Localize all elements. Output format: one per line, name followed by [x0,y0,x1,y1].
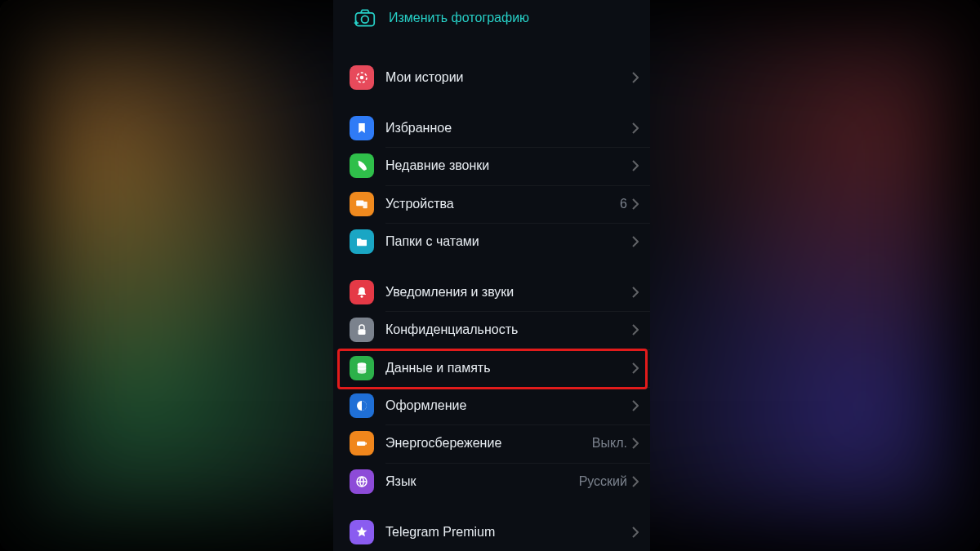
star-icon [350,520,374,544]
row-privacy[interactable]: Конфиденциальность [333,311,650,349]
svg-rect-7 [363,202,368,208]
stories-icon [350,65,374,90]
chevron-right-icon [632,324,639,335]
svg-point-1 [362,16,369,23]
svg-point-5 [360,76,364,80]
row-appearance[interactable]: Оформление [333,387,650,424]
row-value: Русский [579,474,627,489]
row-my-stories[interactable]: Мои истории [333,59,650,96]
theme-icon [350,393,374,418]
row-label: Язык [385,474,579,489]
row-label: Уведомления и звуки [385,285,632,300]
chevron-right-icon [632,527,639,538]
svg-rect-6 [356,200,363,206]
settings-panel: Изменить фотографию Мои истории Избранно… [333,0,650,551]
chevron-right-icon [632,122,639,134]
battery-icon [350,431,374,455]
row-label: Энергосбережение [385,436,592,451]
row-language[interactable]: Язык Русский [333,463,650,500]
row-label: Папки с чатами [385,234,632,249]
chevron-right-icon [632,287,639,298]
change-photo-label: Изменить фотографию [389,11,529,25]
chevron-right-icon [632,160,639,171]
chevron-right-icon [632,362,639,374]
row-label: Telegram Premium [385,525,632,540]
row-calls[interactable]: Недавние звонки [333,147,650,184]
svg-point-8 [361,295,363,298]
row-value: 6 [620,197,627,211]
row-value: Выкл. [592,436,627,451]
svg-rect-9 [359,330,366,335]
row-label: Недавние звонки [385,158,632,173]
chevron-right-icon [632,476,639,487]
database-icon [350,356,374,380]
row-devices[interactable]: Устройства 6 [333,185,650,223]
row-saved[interactable]: Избранное [333,109,650,147]
svg-rect-12 [357,442,366,446]
change-photo-row[interactable]: Изменить фотографию [333,0,650,46]
row-label: Мои истории [385,70,632,85]
row-label: Данные и память [385,361,632,375]
bookmark-icon [350,116,374,140]
globe-icon [350,469,374,494]
row-data-storage[interactable]: Данные и память [333,349,650,387]
row-label: Оформление [385,398,632,413]
chevron-right-icon [632,236,639,247]
row-premium[interactable]: Telegram Premium [333,513,650,551]
chevron-right-icon [632,400,639,411]
lock-icon [350,318,374,342]
row-label: Конфиденциальность [385,322,632,337]
camera-plus-icon [353,8,376,28]
row-label: Устройства [385,197,620,211]
chevron-right-icon [632,198,639,210]
phone-icon [350,153,374,178]
chevron-right-icon [632,438,639,449]
folder-icon [350,229,374,254]
bell-icon [350,280,374,304]
devices-icon [350,192,374,216]
svg-rect-13 [366,443,368,445]
row-folders[interactable]: Папки с чатами [333,223,650,260]
row-power-saving[interactable]: Энергосбережение Выкл. [333,424,650,462]
svg-rect-0 [356,13,375,26]
row-notifications[interactable]: Уведомления и звуки [333,273,650,311]
row-label: Избранное [385,121,632,136]
chevron-right-icon [632,72,639,83]
